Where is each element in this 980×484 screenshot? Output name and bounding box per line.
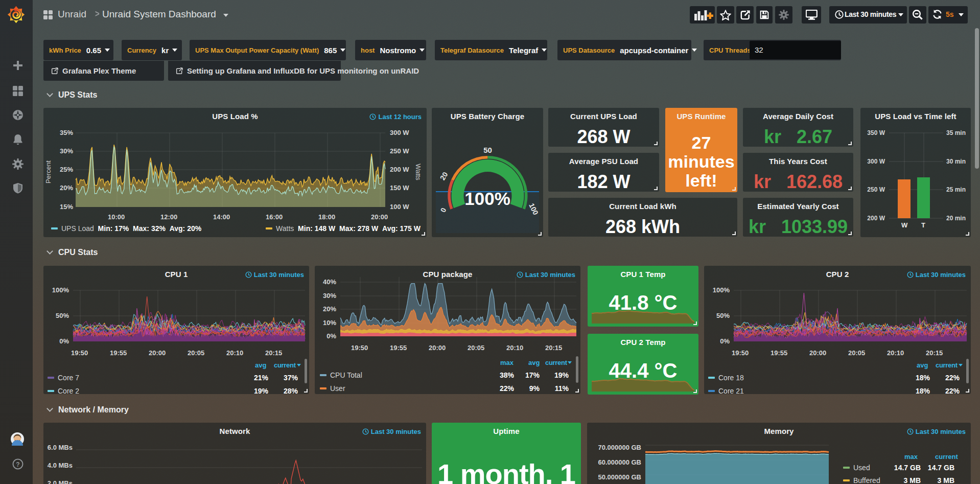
svg-text:20: 20 bbox=[438, 171, 450, 182]
svg-text:50: 50 bbox=[483, 146, 492, 154]
svg-text:?: ? bbox=[16, 461, 19, 468]
